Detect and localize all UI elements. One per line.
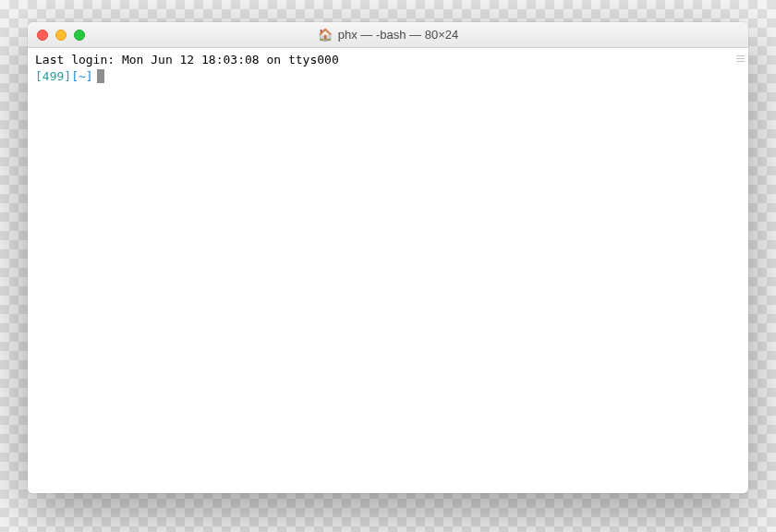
cursor bbox=[97, 69, 104, 83]
traffic-lights bbox=[28, 30, 85, 41]
window-title: 🏠 phx — -bash — 80×24 bbox=[28, 28, 748, 42]
terminal-window: 🏠 phx — -bash — 80×24 Last login: Mon Ju… bbox=[28, 22, 748, 493]
prompt-history-number: [499] bbox=[35, 68, 71, 85]
login-message: Last login: Mon Jun 12 18:03:08 on ttys0… bbox=[35, 52, 741, 68]
prompt-path: [~] bbox=[71, 68, 92, 85]
close-button[interactable] bbox=[37, 30, 48, 41]
minimize-button[interactable] bbox=[55, 30, 67, 41]
scroll-indicator-icon bbox=[736, 54, 745, 62]
maximize-button[interactable] bbox=[74, 30, 85, 41]
window-title-text: phx — -bash — 80×24 bbox=[338, 28, 458, 42]
terminal-content[interactable]: Last login: Mon Jun 12 18:03:08 on ttys0… bbox=[28, 48, 748, 493]
titlebar[interactable]: 🏠 phx — -bash — 80×24 bbox=[28, 22, 748, 48]
home-icon: 🏠 bbox=[318, 29, 333, 41]
prompt-line: [499][~] bbox=[35, 68, 741, 85]
